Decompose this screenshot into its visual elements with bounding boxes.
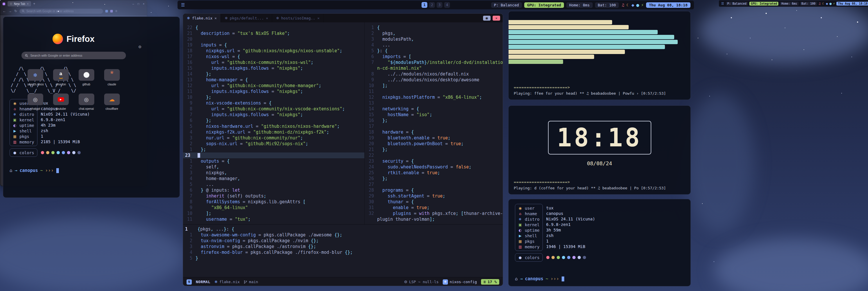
tab-close-icon[interactable]: × [317, 16, 320, 20]
new-tab-button[interactable]: + [33, 2, 35, 6]
pkgs-icon: ▦ [518, 239, 522, 243]
editor-pane-flake-nix[interactable]: 22{21 description = "tux's NixOS Flake";… [183, 22, 365, 224]
shortcut-label: chat.openai [79, 107, 94, 110]
tab-close-icon[interactable]: × [27, 2, 29, 5]
code-line: 8 ../../modules/nixos/default.nix [365, 71, 503, 77]
menu-icon[interactable]: ☰ [181, 2, 185, 7]
shortcut-tile[interactable]: ❄ [28, 69, 43, 81]
line-number: 6 [183, 118, 195, 123]
code-line: 22{ [183, 25, 364, 30]
maximize-button[interactable]: □ [137, 2, 139, 5]
bluetooth-icon[interactable]: ◆ [826, 2, 828, 5]
nix-file-icon: ❄ [224, 16, 228, 20]
power-icon[interactable]: ⚡ [833, 2, 835, 5]
power-icon[interactable]: ⚡ [641, 3, 644, 7]
battery-widget: Bat: 100 [800, 2, 817, 5]
line-number: 8 [183, 106, 195, 112]
statusline-lsp: ⚙ LSP ~ null-ls [404, 280, 439, 284]
editor-pane-iso-image[interactable]: 1{2 pkgs,3 modulesPath,4 ...5}: {6 impor… [365, 22, 503, 224]
shortcut-tile[interactable]: a [53, 69, 69, 81]
bluetooth-icon[interactable]: ◆ [631, 3, 634, 7]
line-number: 32 [365, 210, 377, 216]
shortcut-youtube[interactable]: ▶youtube [53, 93, 69, 110]
eye-toggle-button[interactable]: ◉ [483, 16, 491, 21]
editor-pane-pkgs-default[interactable]: 1{pkgs, ...}: {1 tux-awesome-wm-config =… [183, 225, 503, 277]
music-icon[interactable]: ♫ [621, 3, 625, 7]
visualizer-bar [508, 20, 612, 24]
music-visualizer-window[interactable]: =====================> Playing: ffee for… [508, 11, 691, 100]
close-button[interactable]: × [143, 2, 145, 5]
code-line: 26 }; [365, 176, 503, 181]
workspace-2[interactable]: 2 [429, 2, 435, 8]
terminal-window-fetch-right[interactable]: ◉user⌂hname❄distro▣kernel◐uptime▶shell▦p… [508, 199, 691, 286]
url-bar[interactable]: Search with Google or enter address [20, 9, 103, 13]
workspace-4[interactable]: 4 [444, 2, 450, 8]
music-icon[interactable]: ♫ [818, 2, 821, 5]
night-light-icon[interactable]: ☾ [822, 2, 825, 5]
tab-close-icon[interactable]: × [214, 16, 217, 20]
code-line: 15 hostName = "iso"; [365, 112, 503, 118]
shortcut-tile[interactable]: ▶ [53, 93, 69, 105]
code-line: 2 self, [183, 164, 364, 170]
shortcut-cloudflare[interactable]: ☁cloudflare [104, 93, 120, 110]
shortcut-tile[interactable]: ◎ [28, 93, 43, 105]
line-number: 26 [365, 176, 377, 181]
clock-widget[interactable]: Thu Aug 08, 18:18 [836, 2, 868, 5]
shortcut-search.nixos[interactable]: ❄search.nixos [28, 69, 43, 86]
forward-button[interactable]: → [8, 9, 12, 13]
clock-widget[interactable]: Thu Aug 08, 18:18 [646, 2, 690, 8]
neovim-window[interactable]: ❄flake.nix×❄pkgs/default...×❄hosts/isoIm… [183, 13, 503, 286]
desktop: { "bars": { "main": { "menu_icon": "☰", … [0, 0, 868, 291]
system-tray: ♫☾◆●⚡ [621, 3, 644, 7]
fetch-label: memory [525, 244, 539, 249]
back-button[interactable]: ← [3, 9, 6, 13]
code-line: 10 }; [183, 94, 364, 100]
window-controls: – □ × [132, 2, 145, 5]
shortcut-chat.openai[interactable]: ◎chat.openai [79, 93, 94, 110]
network-icon[interactable]: ● [636, 3, 639, 7]
hname-icon: ⌂ [518, 212, 522, 216]
tab-close-icon[interactable]: × [266, 16, 268, 20]
shortcut-amazon[interactable]: aamazon [53, 69, 69, 86]
line-number: 7 [183, 193, 195, 199]
shortcut-tile[interactable]: * [104, 69, 120, 81]
network-icon[interactable]: ● [829, 2, 832, 5]
line-number: 4 [183, 250, 195, 255]
extension-icon[interactable] [110, 10, 113, 12]
line-number: 15 [183, 65, 195, 71]
wallpaper-cloud [699, 0, 868, 64]
shortcut-claude[interactable]: *claude [104, 69, 120, 86]
menu-icon[interactable]: ☰ [721, 2, 724, 5]
workspace-list: 1234 [422, 2, 450, 8]
search-input[interactable]: Search with Google or enter address [22, 52, 126, 59]
night-light-icon[interactable]: ☾ [626, 3, 630, 7]
lsp-icon: ⚙ [404, 280, 408, 284]
gpu-widget: GPU: Integrated [749, 2, 778, 5]
shortcut-tile[interactable] [79, 69, 94, 81]
now-playing-text: Playing: ffee for your head) ** ♫ beabad… [514, 91, 687, 95]
statusline: N NORMAL ❄ flake.nix main ⚙ LSP ~ null-l… [183, 277, 503, 286]
code-line: 20 [183, 36, 364, 42]
clock-window[interactable]: 18:18 08/08/24 =====================> Pl… [508, 106, 691, 195]
tab-new-tab[interactable]: New Tab × [7, 1, 31, 6]
shortcut-tile[interactable]: ◎ [79, 93, 94, 105]
fetch-value: 6.9.8-zen1 [546, 222, 595, 227]
line-number: 5 [183, 123, 195, 129]
buffer-close-button[interactable]: ✕ [493, 16, 500, 21]
shortcut-chatgpt[interactable]: ◎chatgpt [28, 93, 43, 110]
firefox-view-icon[interactable] [3, 3, 5, 5]
fetch-value: NixOS 24.11 (Vicuna) [546, 216, 595, 222]
tab-pkgs/default...[interactable]: ❄pkgs/default...× [221, 13, 272, 22]
ping-widget: Home: 6ms [780, 2, 798, 5]
gear-icon[interactable]: ⚙ [138, 45, 142, 49]
workspace-1[interactable]: 1 [422, 2, 427, 8]
minimize-button[interactable]: – [132, 2, 134, 5]
menu-button[interactable]: ≡ [115, 9, 117, 13]
tab-hosts/isoImag..[interactable]: ❄hosts/isoImag..× [272, 13, 323, 22]
workspace-3[interactable]: 3 [437, 2, 442, 8]
extension-icon[interactable] [105, 10, 108, 12]
shortcut-tile[interactable]: ☁ [104, 93, 120, 105]
refresh-button[interactable]: ↻ [14, 9, 17, 13]
tab-flake.nix[interactable]: ❄flake.nix× [183, 13, 221, 22]
shortcut-github[interactable]: github [79, 69, 94, 86]
